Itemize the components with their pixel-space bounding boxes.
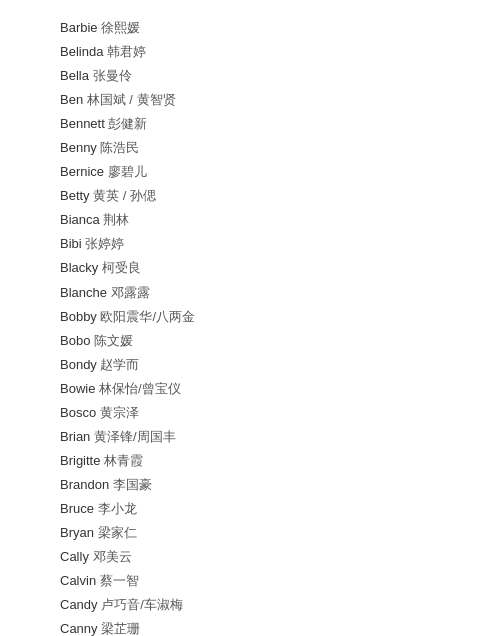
- chinese-name: 徐熙媛: [101, 20, 140, 35]
- english-name: Bowie: [60, 381, 99, 396]
- english-name: Calvin: [60, 573, 100, 588]
- english-name: Ben: [60, 92, 87, 107]
- list-item: Bobo 陈文媛: [60, 329, 480, 353]
- chinese-name: 林保怡/曾宝仪: [99, 381, 181, 396]
- list-item: Benny 陈浩民: [60, 136, 480, 160]
- chinese-name: 张婷婷: [85, 236, 124, 251]
- english-name: Brigitte: [60, 453, 104, 468]
- english-name: Blanche: [60, 285, 111, 300]
- chinese-name: 李国豪: [113, 477, 152, 492]
- chinese-name: 欧阳震华/八两金: [100, 309, 195, 324]
- english-name: Brandon: [60, 477, 113, 492]
- chinese-name: 黄英 / 孙偲: [93, 188, 156, 203]
- list-item: Bryan 梁家仁: [60, 521, 480, 545]
- list-item: Ben 林国斌 / 黄智贤: [60, 88, 480, 112]
- list-item: Bobby 欧阳震华/八两金: [60, 305, 480, 329]
- english-name: Barbie: [60, 20, 101, 35]
- list-item: Bianca 荆林: [60, 208, 480, 232]
- english-name: Cally: [60, 549, 93, 564]
- list-item: Brigitte 林青霞: [60, 449, 480, 473]
- list-item: Bernice 廖碧儿: [60, 160, 480, 184]
- chinese-name: 邓美云: [93, 549, 132, 564]
- list-item: Brian 黄泽锋/周国丰: [60, 425, 480, 449]
- english-name: Bosco: [60, 405, 100, 420]
- english-name: Bibi: [60, 236, 85, 251]
- chinese-name: 韩君婷: [107, 44, 146, 59]
- chinese-name: 卢巧音/车淑梅: [101, 597, 183, 612]
- list-item: Belinda 韩君婷: [60, 40, 480, 64]
- english-name: Brian: [60, 429, 94, 444]
- chinese-name: 张曼伶: [93, 68, 132, 83]
- chinese-name: 彭健新: [108, 116, 147, 131]
- english-name: Candy: [60, 597, 101, 612]
- english-name: Canny: [60, 621, 101, 636]
- list-item: Bruce 李小龙: [60, 497, 480, 521]
- english-name: Betty: [60, 188, 93, 203]
- list-item: Bowie 林保怡/曾宝仪: [60, 377, 480, 401]
- list-item: Blacky 柯受良: [60, 256, 480, 280]
- list-item: Bella 张曼伶: [60, 64, 480, 88]
- chinese-name: 蔡一智: [100, 573, 139, 588]
- names-list: Barbie 徐熙媛Belinda 韩君婷Bella 张曼伶Ben 林国斌 / …: [0, 0, 500, 636]
- list-item: Cally 邓美云: [60, 545, 480, 569]
- list-item: Candy 卢巧音/车淑梅: [60, 593, 480, 617]
- chinese-name: 林青霞: [104, 453, 143, 468]
- english-name: Bianca: [60, 212, 103, 227]
- english-name: Bobo: [60, 333, 94, 348]
- chinese-name: 梁家仁: [98, 525, 137, 540]
- chinese-name: 陈文媛: [94, 333, 133, 348]
- chinese-name: 荆林: [103, 212, 129, 227]
- english-name: Bernice: [60, 164, 108, 179]
- list-item: Canny 梁芷珊: [60, 617, 480, 636]
- english-name: Bennett: [60, 116, 108, 131]
- english-name: Bobby: [60, 309, 100, 324]
- list-item: Bennett 彭健新: [60, 112, 480, 136]
- chinese-name: 林国斌 / 黄智贤: [87, 92, 176, 107]
- list-item: Blanche 邓露露: [60, 281, 480, 305]
- english-name: Bondy: [60, 357, 100, 372]
- english-name: Blacky: [60, 260, 102, 275]
- list-item: Bondy 赵学而: [60, 353, 480, 377]
- english-name: Bruce: [60, 501, 98, 516]
- english-name: Bella: [60, 68, 93, 83]
- list-item: Barbie 徐熙媛: [60, 16, 480, 40]
- english-name: Bryan: [60, 525, 98, 540]
- chinese-name: 陈浩民: [100, 140, 139, 155]
- chinese-name: 柯受良: [102, 260, 141, 275]
- chinese-name: 梁芷珊: [101, 621, 140, 636]
- chinese-name: 李小龙: [98, 501, 137, 516]
- chinese-name: 黄宗泽: [100, 405, 139, 420]
- list-item: Bibi 张婷婷: [60, 232, 480, 256]
- list-item: Bosco 黄宗泽: [60, 401, 480, 425]
- list-item: Betty 黄英 / 孙偲: [60, 184, 480, 208]
- chinese-name: 赵学而: [100, 357, 139, 372]
- list-item: Calvin 蔡一智: [60, 569, 480, 593]
- list-item: Brandon 李国豪: [60, 473, 480, 497]
- chinese-name: 邓露露: [111, 285, 150, 300]
- english-name: Belinda: [60, 44, 107, 59]
- chinese-name: 廖碧儿: [108, 164, 147, 179]
- english-name: Benny: [60, 140, 100, 155]
- chinese-name: 黄泽锋/周国丰: [94, 429, 176, 444]
